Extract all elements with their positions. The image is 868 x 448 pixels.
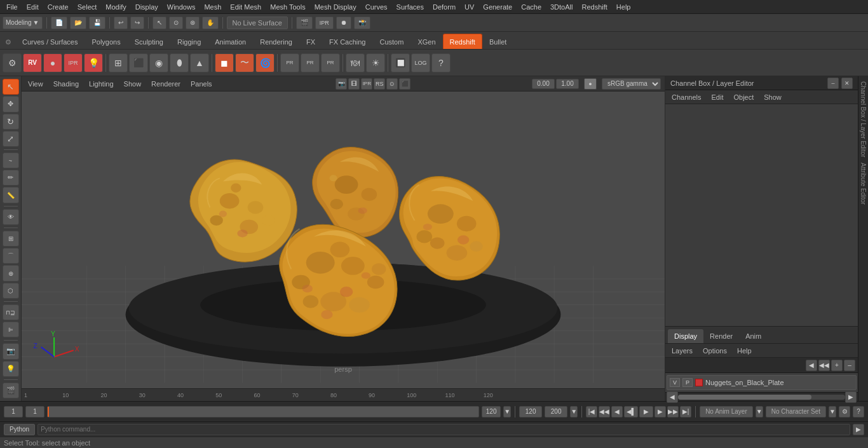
vp-stop-icon[interactable]: ⬛ (399, 78, 410, 90)
char-set-toggle[interactable]: ▼ (829, 406, 836, 417)
camera-speed-field[interactable]: 0.00 (532, 79, 555, 89)
tab-rigging[interactable]: Rigging (170, 34, 208, 49)
menu-select[interactable]: Select (74, 2, 101, 12)
shelf-help-btn[interactable]: ? (431, 53, 451, 72)
tab-curves-surfaces[interactable]: Curves / Surfaces (15, 34, 85, 49)
render-seq-btn[interactable]: ⏺ (336, 17, 351, 29)
tab-rendering[interactable]: Rendering (253, 34, 299, 49)
shelf-rs-btn[interactable]: 🔲 (391, 53, 410, 72)
python-input[interactable] (37, 424, 850, 435)
show-hide-btn[interactable]: 👁 (3, 209, 19, 225)
frame-current-input[interactable] (25, 406, 44, 417)
redo-btn[interactable]: ↪ (130, 17, 144, 29)
shelf-grid-btn[interactable]: ⊞ (109, 53, 128, 72)
snapshot-btn[interactable]: 📸 (354, 17, 370, 29)
menu-curves[interactable]: Curves (362, 2, 391, 12)
frame-prev-key-btn[interactable]: ◀◀ (599, 406, 610, 417)
select-mode-btn[interactable]: ↖ (153, 17, 166, 29)
shelf-box-btn[interactable]: ⬛ (129, 53, 148, 72)
frame-end-total[interactable] (519, 406, 542, 417)
vp-film-icon[interactable]: 🎞 (348, 78, 360, 90)
vp-rs-icon[interactable]: RS (374, 78, 385, 90)
new-file-btn[interactable]: 📄 (51, 17, 67, 29)
camera-btn[interactable]: 📷 (3, 343, 19, 359)
viewport-menu-renderer[interactable]: Renderer (149, 79, 183, 89)
surface-snap-btn[interactable]: ⬡ (3, 283, 19, 299)
scroll-right-btn[interactable]: ▶ (845, 391, 857, 403)
layer-scrollbar[interactable]: ◀ ▶ (665, 392, 858, 401)
viewport-menu-show[interactable]: Show (121, 79, 144, 89)
light-btn[interactable]: 💡 (3, 361, 19, 377)
cb-tab-edit[interactable]: Edit (707, 92, 727, 102)
menu-generate[interactable]: Generate (479, 2, 516, 12)
menu-mesh-tools[interactable]: Mesh Tools (266, 2, 309, 12)
layer-opt-options[interactable]: Options (699, 346, 731, 356)
menu-help[interactable]: Help (613, 2, 635, 12)
grab-btn[interactable]: ✋ (202, 17, 219, 29)
layer-add-btn[interactable]: + (831, 360, 843, 371)
menu-surfaces[interactable]: Surfaces (393, 2, 428, 12)
menu-file[interactable]: File (3, 2, 22, 12)
save-file-btn[interactable]: 💾 (89, 17, 105, 29)
layer-prev2-btn[interactable]: ◀◀ (818, 360, 830, 371)
menu-cache[interactable]: Cache (517, 2, 545, 12)
shelf-rv-btn[interactable]: RV (23, 53, 42, 72)
tab-animation[interactable]: Animation (208, 34, 253, 49)
curve-snap-btn[interactable]: ⌒ (3, 248, 19, 264)
scale-tool-btn[interactable]: ⤢ (3, 131, 19, 147)
tab-redshift[interactable]: Redshift (443, 34, 482, 49)
undo-btn[interactable]: ↩ (114, 17, 128, 29)
tab-xgen[interactable]: XGen (410, 34, 442, 49)
anim-layer-toggle[interactable]: ▼ (756, 406, 763, 417)
menu-create[interactable]: Create (44, 2, 72, 12)
tab-fx[interactable]: FX (299, 34, 322, 49)
scrollbar-thumb[interactable] (678, 395, 811, 400)
cb-tab-object[interactable]: Object (729, 92, 757, 102)
tab-polygons[interactable]: Polygons (85, 34, 127, 49)
menu-uv[interactable]: UV (461, 2, 478, 12)
render-btn[interactable]: 🎬 (296, 17, 313, 29)
layer-tab-render[interactable]: Render (703, 329, 739, 343)
layer-tab-display[interactable]: Display (668, 329, 703, 343)
shelf-rec-btn[interactable]: ● (43, 53, 62, 72)
group-btn[interactable]: ⊓⊒ (3, 304, 19, 320)
frame-prev-btn[interactable]: ◀ (611, 406, 623, 417)
shelf-pr3-btn[interactable]: PR (321, 53, 340, 72)
layer-tab-anim[interactable]: Anim (739, 329, 768, 343)
menu-redshift[interactable]: Redshift (578, 2, 611, 12)
viewport-menu-panels[interactable]: Panels (188, 79, 215, 89)
vp-color-mode-icon[interactable]: ● (584, 78, 597, 90)
vp-camera-icon[interactable]: 📷 (336, 78, 347, 90)
layer-remove-btn[interactable]: – (844, 360, 855, 371)
render-view-btn[interactable]: 🎬 (3, 383, 19, 398)
shelf-spiral-btn[interactable]: 🌀 (255, 53, 275, 72)
max-frames-toggle[interactable]: ▼ (570, 406, 578, 417)
shelf-pr2-btn[interactable]: PR (301, 53, 320, 72)
menu-windows[interactable]: Windows (163, 2, 200, 12)
play-reverse-btn[interactable]: ◀▌ (624, 406, 638, 417)
rotate-tool-btn[interactable]: ↻ (3, 114, 19, 130)
vp-ipr-icon[interactable]: IPR (361, 78, 372, 90)
tab-custom[interactable]: Custom (373, 34, 411, 49)
frame-first-btn[interactable]: |◀ (586, 406, 597, 417)
move-tool-btn[interactable]: ✥ (3, 96, 19, 112)
menu-3dtoall[interactable]: 3DtoAll (546, 2, 576, 12)
layer-preview-btn[interactable]: P (682, 378, 693, 387)
shelf-light-btn[interactable]: 💡 (84, 53, 103, 72)
tl-help-btn[interactable]: ? (853, 406, 864, 417)
layer-prev-btn[interactable]: ◀ (806, 360, 817, 371)
shelf-sphere-btn[interactable]: ◉ (149, 53, 168, 72)
timeline-track[interactable] (47, 406, 479, 417)
shelf-cube-btn[interactable]: ◼ (215, 53, 234, 72)
tl-settings-btn[interactable]: ⚙ (839, 406, 850, 417)
frame-next-key-btn[interactable]: ▶▶ (667, 406, 679, 417)
cb-tab-show[interactable]: Show (760, 92, 785, 102)
vp-circle-icon[interactable]: ⊙ (386, 78, 398, 90)
open-file-btn[interactable]: 📂 (70, 17, 86, 29)
max-frames[interactable] (545, 406, 567, 417)
tab-bullet[interactable]: Bullet (482, 34, 514, 49)
zoom-field[interactable]: 1.00 (556, 79, 579, 89)
align-btn[interactable]: ⊫ (3, 322, 19, 337)
layer-opt-help[interactable]: Help (733, 346, 756, 356)
python-tab[interactable]: Python (4, 424, 35, 435)
